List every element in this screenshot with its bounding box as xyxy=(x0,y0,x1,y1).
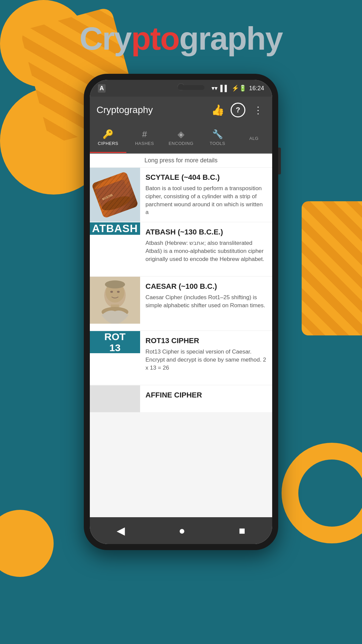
scytale-title: SCYTALE (~404 B.C.) xyxy=(145,173,267,182)
more-button[interactable]: ⋮ xyxy=(251,103,265,117)
rot13-tile: ROT13 xyxy=(90,331,140,353)
svg-point-8 xyxy=(110,291,113,293)
scytale-cylinder: KUSTIS xyxy=(92,171,139,218)
keyboard-icon: A xyxy=(98,84,106,93)
recent-icon: ■ xyxy=(239,525,245,537)
question-icon: ? xyxy=(236,106,240,114)
wifi-icon: ▾▾ xyxy=(212,85,218,92)
battery-icon: ⚡🔋 xyxy=(232,85,246,92)
status-left: A xyxy=(98,84,106,93)
tab-encoding-label: ENCODING xyxy=(169,141,193,146)
list-item-affine[interactable]: AFFINE CIPHER xyxy=(90,385,272,412)
back-button[interactable]: ◀ xyxy=(110,522,132,540)
time-display: 16:24 xyxy=(249,85,264,92)
atbash-title: ATBASH (~130 B.C.E.) xyxy=(145,228,267,236)
home-button[interactable]: ● xyxy=(172,522,192,540)
list-item-scytale[interactable]: KUSTIS SCYTALE (~404 B.C.) Baton is a to… xyxy=(90,168,272,222)
atbash-content: ATBASH (~130 B.C.E.) Atbash (Hebrew: אתב… xyxy=(140,222,272,276)
encoding-icon: ◈ xyxy=(178,129,184,140)
scytale-desc: Baton is a tool used to perform a transp… xyxy=(145,184,267,216)
tab-ciphers-label: CIPHERS xyxy=(98,141,118,146)
phone-side-button xyxy=(278,148,281,174)
rot13-tile-text: ROT13 xyxy=(104,331,125,353)
tab-hashes[interactable]: # HASHES xyxy=(126,123,163,153)
affine-content: AFFINE CIPHER xyxy=(140,385,272,412)
circle-bottomleft xyxy=(0,510,54,577)
caesar-desc: Caesar Cipher (includes Rot1–25 shifting… xyxy=(145,293,267,310)
back-icon: ◀ xyxy=(117,525,125,537)
tab-tools[interactable]: 🔧 TOOLS xyxy=(199,123,236,153)
hint-bar: Long press for more details xyxy=(90,154,272,168)
hint-text: Long press for more details xyxy=(144,157,218,164)
signal-icon: ▌▌ xyxy=(220,85,229,92)
list-item-rot13[interactable]: ROT13 ROT13 CIPHER Rot13 Cipher is speci… xyxy=(90,331,272,385)
nav-bar: ◀ ● ■ xyxy=(90,517,272,544)
phone-wrapper: A ▾▾ ▌▌ ⚡🔋 16:24 Cryptography 👍 ? xyxy=(84,74,278,550)
phone-speaker xyxy=(178,85,204,90)
title-prefix: Cry xyxy=(79,20,131,56)
atbash-tile-text: ATBASH xyxy=(92,222,138,235)
home-icon: ● xyxy=(179,525,185,537)
recent-button[interactable]: ■ xyxy=(232,522,252,540)
like-button[interactable]: 👍 xyxy=(210,103,225,117)
scytale-content: SCYTALE (~404 B.C.) Baton is a tool used… xyxy=(140,168,272,222)
app-title: Cryptography xyxy=(97,105,210,115)
caesar-svg xyxy=(92,277,138,324)
app-bar-actions: 👍 ? ⋮ xyxy=(210,103,265,117)
tab-ciphers[interactable]: 🔑 CIPHERS xyxy=(90,123,126,153)
phone-screen: A ▾▾ ▌▌ ⚡🔋 16:24 Cryptography 👍 ? xyxy=(90,80,272,544)
key-icon: 🔑 xyxy=(103,129,113,140)
title-highlight: pto xyxy=(131,20,179,56)
tab-bar: 🔑 CIPHERS # HASHES ◈ ENCODING 🔧 TOOLS xyxy=(90,123,272,154)
page-title: Cryptography xyxy=(0,20,362,57)
rot13-title: ROT13 CIPHER xyxy=(145,336,267,345)
tab-encoding[interactable]: ◈ ENCODING xyxy=(163,123,199,153)
more-icon: ⋮ xyxy=(253,105,263,116)
tab-hashes-label: HASHES xyxy=(135,141,154,146)
title-suffix: graphy xyxy=(179,20,283,56)
hash-icon: # xyxy=(142,129,147,140)
thumbs-up-icon: 👍 xyxy=(211,104,225,116)
circle-bottomright xyxy=(282,443,362,543)
tools-icon: 🔧 xyxy=(212,129,223,140)
affine-title: AFFINE CIPHER xyxy=(145,391,267,399)
app-bar: Cryptography 👍 ? ⋮ xyxy=(90,97,272,123)
tab-alg[interactable]: ALG xyxy=(236,123,272,153)
atbash-tile: ATBASH xyxy=(90,222,140,235)
affine-tile xyxy=(90,385,140,412)
caesar-title: CAESAR (~100 B.C.) xyxy=(145,282,267,291)
rot13-content: ROT13 CIPHER Rot13 Cipher is special ver… xyxy=(140,331,272,385)
svg-point-7 xyxy=(105,280,125,288)
rot13-desc: Rot13 Cipher is special version of Caesa… xyxy=(145,348,267,372)
help-button[interactable]: ? xyxy=(231,103,245,117)
tab-tools-label: TOOLS xyxy=(210,141,225,146)
tab-alg-label: ALG xyxy=(249,136,259,141)
stripe-right xyxy=(302,201,362,335)
atbash-desc: Atbash (Hebrew: אתבש; also transliterate… xyxy=(145,239,267,263)
caesar-image xyxy=(90,277,140,324)
phone-outer: A ▾▾ ▌▌ ⚡🔋 16:24 Cryptography 👍 ? xyxy=(84,74,278,550)
status-right: ▾▾ ▌▌ ⚡🔋 16:24 xyxy=(212,85,264,92)
svg-point-9 xyxy=(117,291,120,293)
caesar-content: CAESAR (~100 B.C.) Caesar Cipher (includ… xyxy=(140,277,272,330)
scytale-image: KUSTIS xyxy=(90,168,140,222)
list-item-atbash[interactable]: ATBASH ATBASH (~130 B.C.E.) Atbash (Hebr… xyxy=(90,222,272,276)
list-item-caesar[interactable]: CAESAR (~100 B.C.) Caesar Cipher (includ… xyxy=(90,277,272,330)
content-list[interactable]: KUSTIS SCYTALE (~404 B.C.) Baton is a to… xyxy=(90,168,272,517)
